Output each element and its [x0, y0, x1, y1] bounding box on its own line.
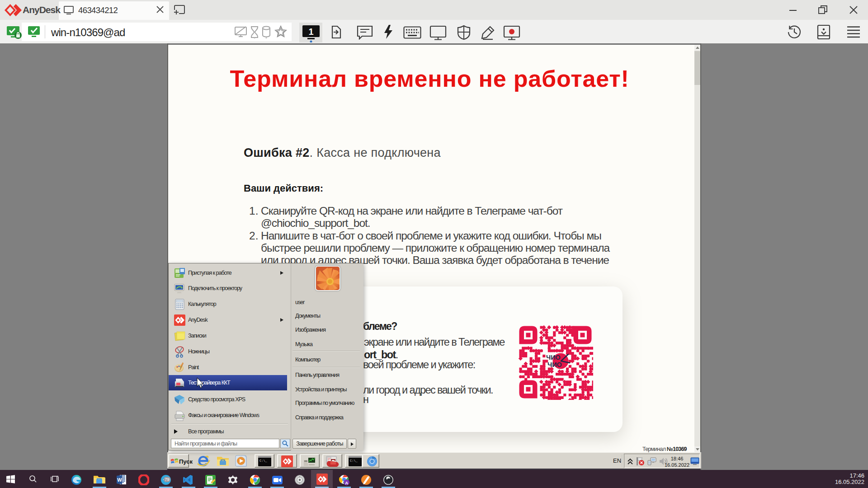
svg-text:W: W — [117, 477, 122, 483]
svg-text:ЧИО: ЧИО — [547, 361, 562, 368]
svg-text:C:\_: C:\_ — [259, 459, 268, 463]
svg-text:ЧИО: ЧИО — [546, 354, 561, 361]
svg-text:A: A — [345, 480, 348, 485]
svg-text:C:\_: C:\_ — [350, 459, 358, 463]
svg-text:1: 1 — [308, 27, 313, 37]
